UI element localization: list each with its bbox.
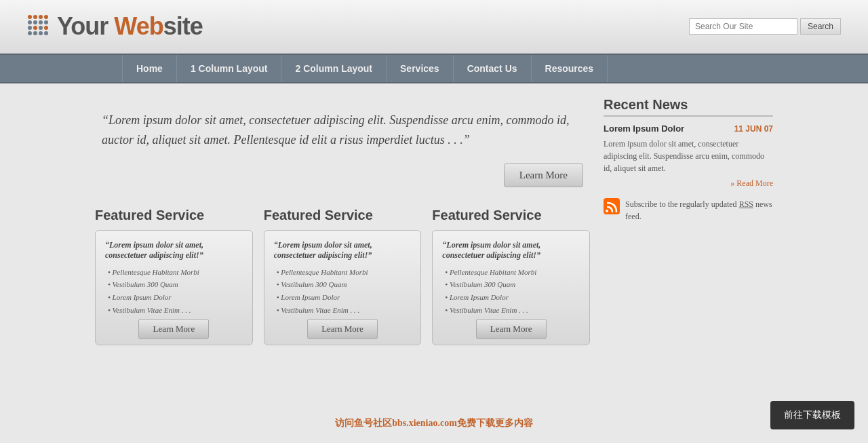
svg-point-9 [33, 26, 37, 30]
nav-item-contact[interactable]: Contact Us [454, 55, 532, 82]
hero-learn-more-button[interactable]: Learn More [504, 163, 583, 187]
featured-btn-bottom-1: Learn More [96, 313, 252, 345]
svg-point-7 [44, 20, 48, 24]
nav-link-services[interactable]: Services [387, 55, 454, 82]
main: “Lorem ipsum dolor sit amet, consectetue… [81, 83, 787, 359]
featured-box-2: “Lorem ipsum dolor sit amet, consectetue… [264, 230, 422, 345]
recent-news-section: Recent News Lorem Ipsum Dolor 11 JUN 07 … [604, 97, 773, 223]
nav-link-1col[interactable]: 1 Column Layout [177, 55, 282, 82]
rss-icon [604, 198, 620, 214]
nav-link-home[interactable]: Home [122, 55, 177, 82]
svg-point-11 [44, 26, 48, 30]
list-item: Pellentesque Habitant Morbi [108, 266, 243, 279]
list-item: Lorem Ipsum Dolor [445, 291, 580, 304]
svg-point-14 [39, 31, 43, 35]
featured-col-2: Featured Service “Lorem ipsum dolor sit … [264, 208, 422, 345]
sidebar: Recent News Lorem Ipsum Dolor 11 JUN 07 … [604, 97, 773, 345]
logo-text: Your Website [57, 12, 203, 41]
featured-title-1: Featured Service [95, 208, 253, 223]
featured-btn-bottom-2: Learn More [264, 313, 421, 345]
featured-col-1: Featured Service “Lorem ipsum dolor sit … [95, 208, 253, 345]
svg-point-0 [28, 15, 32, 19]
nav-item-1col[interactable]: 1 Column Layout [177, 55, 282, 82]
nav-item-2col[interactable]: 2 Column Layout [281, 55, 387, 82]
svg-point-17 [606, 210, 608, 212]
logo-icon [27, 14, 52, 39]
nav-item-services[interactable]: Services [387, 55, 454, 82]
featured-quote-1: “Lorem ipsum dolor sit amet, consectetue… [105, 240, 243, 261]
featured-quote-2: “Lorem ipsum dolor sit amet, consectetue… [274, 240, 412, 261]
featured-btn-bottom-3: Learn More [433, 313, 589, 345]
nav-item-resources[interactable]: Resources [532, 55, 608, 82]
svg-point-12 [28, 31, 32, 35]
svg-point-15 [44, 31, 48, 35]
featured-learn-more-button-1[interactable]: Learn More [138, 319, 209, 339]
hero-quote: “Lorem ipsum dolor sit amet, consectetue… [95, 97, 590, 157]
rss-text: Subscribe to the regularly updated RSS n… [625, 198, 773, 223]
list-item: Vestibulum 300 Quam [277, 278, 412, 291]
svg-point-13 [33, 31, 37, 35]
featured-title-2: Featured Service [264, 208, 422, 223]
nav-link-2col[interactable]: 2 Column Layout [281, 55, 387, 82]
featured-learn-more-button-3[interactable]: Learn More [476, 319, 547, 339]
news-item-date: 11 JUN 07 [734, 124, 773, 134]
featured-box-3: “Lorem ipsum dolor sit amet, consectetue… [432, 230, 590, 345]
svg-point-1 [33, 15, 37, 19]
list-item: Lorem Ipsum Dolor [277, 291, 412, 304]
news-item-header: Lorem Ipsum Dolor 11 JUN 07 [604, 123, 773, 134]
rss-area: Subscribe to the regularly updated RSS n… [604, 198, 773, 223]
featured-title-3: Featured Service [432, 208, 590, 223]
svg-point-6 [39, 20, 43, 24]
svg-point-2 [39, 15, 43, 19]
logo: Your Website [27, 12, 203, 41]
nav-link-resources[interactable]: Resources [532, 55, 608, 82]
featured-learn-more-button-2[interactable]: Learn More [307, 319, 378, 339]
featured-col-3: Featured Service “Lorem ipsum dolor sit … [432, 208, 590, 345]
svg-point-4 [28, 20, 32, 24]
list-item: Lorem Ipsum Dolor [108, 291, 243, 304]
search-input[interactable] [689, 18, 797, 35]
featured-quote-3: “Lorem ipsum dolor sit amet, consectetue… [442, 240, 580, 261]
svg-point-8 [28, 26, 32, 30]
featured-row: Featured Service “Lorem ipsum dolor sit … [95, 208, 590, 345]
svg-point-3 [44, 15, 48, 19]
featured-list-3: Pellentesque Habitant Morbi Vestibulum 3… [442, 266, 580, 317]
header: Your Website Search [0, 0, 868, 54]
read-more-link[interactable]: » Read More [604, 178, 773, 189]
list-item: Pellentesque Habitant Morbi [277, 266, 412, 279]
svg-point-5 [33, 20, 37, 24]
content-area: “Lorem ipsum dolor sit amet, consectetue… [95, 97, 590, 345]
featured-list-1: Pellentesque Habitant Morbi Vestibulum 3… [105, 266, 243, 317]
news-item-body: Lorem ipsum dolor sit amet, consectetuer… [604, 138, 773, 174]
recent-news-title: Recent News [604, 97, 773, 117]
nav: Home 1 Column Layout 2 Column Layout Ser… [0, 54, 868, 83]
list-item: Pellentesque Habitant Morbi [445, 266, 580, 279]
nav-link-contact[interactable]: Contact Us [454, 55, 532, 82]
search-button[interactable]: Search [800, 18, 841, 35]
featured-list-2: Pellentesque Habitant Morbi Vestibulum 3… [274, 266, 412, 317]
news-item-title: Lorem Ipsum Dolor [604, 123, 684, 134]
svg-point-10 [39, 26, 43, 30]
search-area: Search [689, 18, 841, 35]
nav-item-home[interactable]: Home [122, 55, 177, 82]
list-item: Vestibulum 300 Quam [108, 278, 243, 291]
featured-box-1: “Lorem ipsum dolor sit amet, consectetue… [95, 230, 253, 345]
list-item: Vestibulum 300 Quam [445, 278, 580, 291]
hero-learn-more-area: Learn More [95, 157, 590, 201]
